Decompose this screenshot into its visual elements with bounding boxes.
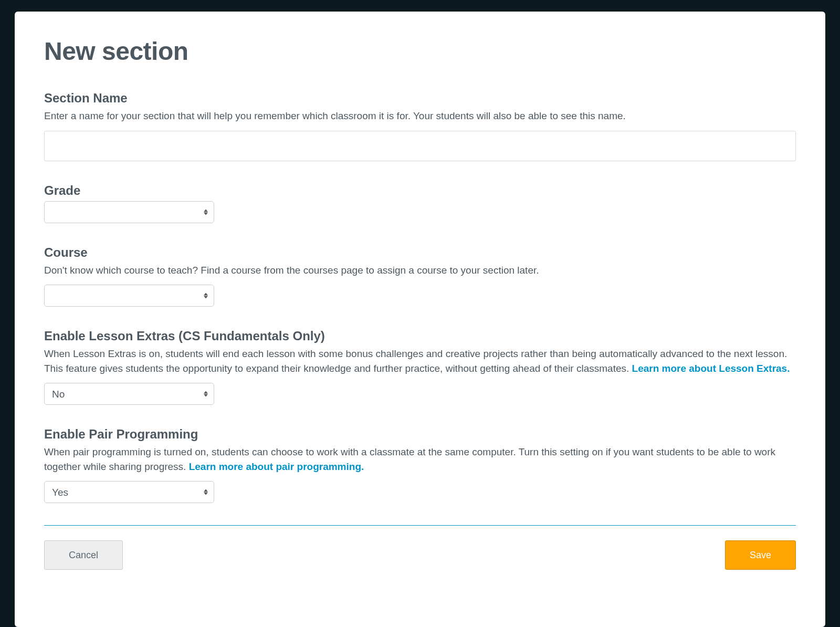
button-row: Cancel Save: [44, 540, 796, 570]
pair-programming-select[interactable]: Yes: [44, 481, 214, 503]
course-description: Don't know which course to teach? Find a…: [44, 263, 796, 278]
section-name-label: Section Name: [44, 91, 796, 106]
cancel-button[interactable]: Cancel: [44, 540, 123, 570]
section-name-input[interactable]: [44, 131, 796, 161]
pair-programming-select-wrapper: Yes: [44, 481, 214, 503]
pair-programming-label: Enable Pair Programming: [44, 427, 796, 442]
pair-programming-description: When pair programming is turned on, stud…: [44, 445, 796, 474]
grade-group: Grade: [44, 183, 796, 223]
section-name-description: Enter a name for your section that will …: [44, 109, 796, 123]
grade-select-wrapper: [44, 201, 214, 223]
lesson-extras-select[interactable]: No: [44, 383, 214, 405]
lesson-extras-select-wrapper: No: [44, 383, 214, 405]
pair-programming-link[interactable]: Learn more about pair programming.: [189, 461, 364, 472]
course-select[interactable]: [44, 285, 214, 307]
grade-label: Grade: [44, 183, 796, 198]
lesson-extras-link[interactable]: Learn more about Lesson Extras.: [632, 363, 790, 374]
lesson-extras-label: Enable Lesson Extras (CS Fundamentals On…: [44, 329, 796, 343]
save-button[interactable]: Save: [725, 540, 796, 570]
lesson-extras-description: When Lesson Extras is on, students will …: [44, 347, 796, 375]
pair-programming-desc-text: When pair programming is turned on, stud…: [44, 446, 775, 472]
grade-select[interactable]: [44, 201, 214, 223]
pair-programming-group: Enable Pair Programming When pair progra…: [44, 427, 796, 503]
new-section-modal: New section Section Name Enter a name fo…: [15, 12, 825, 627]
course-select-wrapper: [44, 285, 214, 307]
section-name-group: Section Name Enter a name for your secti…: [44, 91, 796, 161]
lesson-extras-group: Enable Lesson Extras (CS Fundamentals On…: [44, 329, 796, 405]
divider: [44, 525, 796, 526]
course-label: Course: [44, 245, 796, 260]
course-group: Course Don't know which course to teach?…: [44, 245, 796, 307]
modal-title: New section: [44, 37, 796, 66]
